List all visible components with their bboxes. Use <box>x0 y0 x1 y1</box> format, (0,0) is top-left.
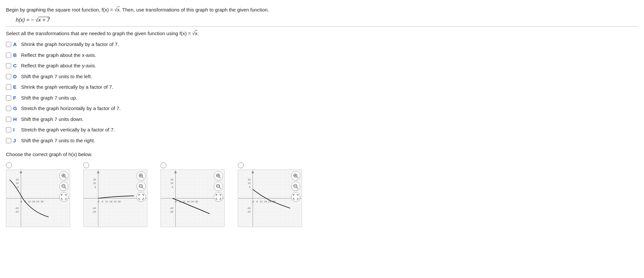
option-letter-f: F <box>13 94 19 102</box>
option-text-h: Shift the graph 7 units down. <box>21 116 84 123</box>
checkbox-b[interactable] <box>6 53 11 58</box>
svg-line-22 <box>65 187 66 189</box>
svg-text:-10: -10 <box>92 207 96 210</box>
graph-container-4: 15 10 5 -10 -15 -6 6 12 18 24 30 <box>238 170 302 227</box>
checkbox-f[interactable] <box>6 95 11 101</box>
checkbox-g[interactable] <box>6 106 11 111</box>
svg-text:-6: -6 <box>20 200 22 203</box>
zoom-out-btn-4[interactable] <box>291 182 300 191</box>
option-letter-c: C <box>13 62 19 70</box>
zoom-in-icon-2 <box>138 173 144 178</box>
svg-text:5: 5 <box>249 186 251 189</box>
svg-text:24: 24 <box>191 200 194 203</box>
svg-line-70 <box>219 187 221 189</box>
svg-text:10: 10 <box>170 182 173 185</box>
option-i: IStretch the graph vertically by a facto… <box>6 126 638 134</box>
given-function: h(x) = − √x + 7 <box>16 17 638 23</box>
checkbox-d[interactable] <box>6 74 11 79</box>
svg-text:-6: -6 <box>174 200 177 203</box>
svg-text:10: 10 <box>16 182 19 185</box>
svg-text:5: 5 <box>17 186 19 189</box>
zoom-out-icon-4 <box>293 184 298 189</box>
divider <box>6 26 638 27</box>
zoom-in-btn-4[interactable] <box>291 171 300 180</box>
svg-text:18: 18 <box>187 200 190 203</box>
svg-text:24: 24 <box>114 200 117 203</box>
svg-text:15: 15 <box>170 178 173 181</box>
option-letter-a: A <box>13 41 19 48</box>
graph-radio-4[interactable] <box>238 162 244 168</box>
graph-container-1: 15 10 5 -10 -15 -6 6 12 18 24 30 <box>6 170 70 227</box>
graph-btns-3 <box>214 171 223 201</box>
checkbox-e[interactable] <box>6 84 11 90</box>
expand-btn-2[interactable] <box>136 192 146 201</box>
svg-line-42 <box>142 177 143 178</box>
graph-btns-2 <box>136 171 146 201</box>
option-text-f: Shift the graph 7 units up. <box>21 94 77 102</box>
checkbox-h[interactable] <box>6 117 11 122</box>
expand-btn-3[interactable] <box>214 192 223 201</box>
zoom-in-btn-3[interactable] <box>214 171 223 180</box>
svg-text:24: 24 <box>37 200 39 203</box>
expand-icon-4 <box>293 194 298 199</box>
zoom-out-btn-3[interactable] <box>214 182 223 191</box>
graph-radio-1[interactable] <box>6 162 12 168</box>
graph-container-2: 15 10 5 -10 -15 -6 6 12 18 24 30 <box>83 170 147 227</box>
zoom-out-icon-1 <box>61 184 66 189</box>
option-letter-h: H <box>13 116 19 123</box>
expand-icon-3 <box>216 194 221 199</box>
svg-text:12: 12 <box>105 200 108 203</box>
zoom-out-btn-2[interactable] <box>136 182 146 191</box>
checkbox-c[interactable] <box>6 63 11 68</box>
expand-icon-1 <box>61 194 66 199</box>
expand-btn-1[interactable] <box>59 192 68 201</box>
checkbox-j[interactable] <box>6 138 11 143</box>
option-a: AShrink the graph horizontally by a fact… <box>6 41 638 48</box>
select-instruction: Select all the transformations that are … <box>6 31 638 36</box>
svg-text:6: 6 <box>102 200 103 203</box>
svg-text:-6: -6 <box>252 200 254 203</box>
option-c: CReflect the graph about the y-axis. <box>6 62 638 70</box>
option-j: JShift the graph 7 units to the right. <box>6 137 638 145</box>
option-text-d: Shift the graph 7 units to the left. <box>21 73 92 81</box>
option-letter-b: B <box>13 52 19 59</box>
zoom-in-icon-3 <box>216 173 221 178</box>
option-letter-e: E <box>13 83 19 91</box>
option-letter-d: D <box>13 73 19 81</box>
svg-text:18: 18 <box>32 200 35 203</box>
graph-option-1: 15 10 5 -10 -15 -6 6 12 18 24 30 <box>6 162 70 227</box>
svg-text:10: 10 <box>248 182 251 185</box>
option-f: FShift the graph 7 units up. <box>6 94 638 102</box>
svg-text:-15: -15 <box>169 210 173 213</box>
option-letter-g: G <box>13 105 19 112</box>
zoom-in-icon-4 <box>293 173 298 178</box>
svg-line-46 <box>142 187 143 189</box>
svg-text:15: 15 <box>93 178 96 181</box>
checkbox-a[interactable] <box>6 42 11 47</box>
option-text-a: Shrink the graph horizontally by a facto… <box>21 41 119 48</box>
graph-option-2: 15 10 5 -10 -15 -6 6 12 18 24 30 <box>83 162 147 227</box>
option-letter-i: I <box>13 126 19 134</box>
graph-option-4: 15 10 5 -10 -15 -6 6 12 18 24 30 <box>238 162 302 227</box>
checkbox-i[interactable] <box>6 127 11 132</box>
expand-btn-4[interactable] <box>291 192 300 201</box>
svg-text:-10: -10 <box>15 207 19 210</box>
zoom-out-btn-1[interactable] <box>59 182 68 191</box>
svg-text:18: 18 <box>264 200 267 203</box>
choose-text: Choose the correct graph of h(x) below. <box>6 151 638 157</box>
zoom-in-btn-2[interactable] <box>136 171 146 180</box>
graph-radio-2[interactable] <box>83 162 89 168</box>
intro-text: Begin by graphing the square root functi… <box>6 6 638 14</box>
zoom-in-btn-1[interactable] <box>59 171 68 180</box>
svg-text:30: 30 <box>40 200 43 203</box>
option-b: BReflect the graph about the x-axis. <box>6 52 638 59</box>
svg-line-66 <box>219 177 221 178</box>
svg-text:15: 15 <box>16 178 19 181</box>
svg-text:-10: -10 <box>247 207 251 210</box>
graph-radio-3[interactable] <box>161 162 166 168</box>
graph-btns-4 <box>291 171 300 201</box>
option-text-c: Reflect the graph about the y-axis. <box>21 62 96 70</box>
svg-text:6: 6 <box>256 200 258 203</box>
option-text-g: Stretch the graph horizontally by a fact… <box>21 105 121 112</box>
svg-text:-10: -10 <box>169 207 173 210</box>
